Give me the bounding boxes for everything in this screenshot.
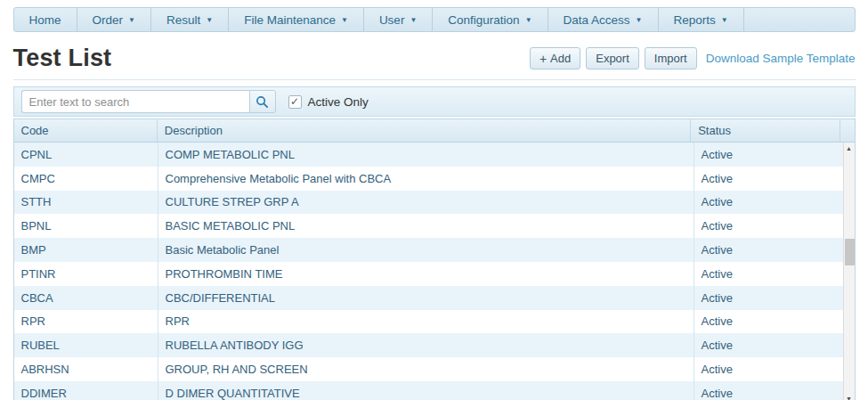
page-title: Test List xyxy=(13,45,112,72)
scroll-up-icon[interactable]: ▲ xyxy=(843,143,855,154)
vertical-scrollbar[interactable]: ▲ ▼ xyxy=(843,143,855,400)
table-row[interactable]: PTINR PROTHROMBIN TIME Active xyxy=(14,262,855,286)
nav-item-home[interactable]: Home xyxy=(14,8,77,31)
nav-item-user[interactable]: User ▼ xyxy=(364,8,433,31)
column-header-status[interactable]: Status xyxy=(691,119,840,142)
export-button[interactable]: Export xyxy=(586,47,639,69)
search-icon xyxy=(256,95,269,109)
search-panel: ✓ Active Only xyxy=(13,86,856,117)
table-body: CPNL COMP METABOLIC PNL Active CMPC Comp… xyxy=(14,143,855,400)
chevron-down-icon: ▼ xyxy=(636,15,643,24)
column-header-description[interactable]: Description xyxy=(158,119,691,142)
import-button[interactable]: Import xyxy=(645,47,697,69)
add-button[interactable]: + Add xyxy=(530,47,580,69)
search-button[interactable] xyxy=(249,90,276,113)
nav-item-data-access[interactable]: Data Access ▼ xyxy=(548,8,659,31)
column-header-code[interactable]: Code xyxy=(14,119,158,142)
chevron-down-icon: ▼ xyxy=(721,15,728,24)
nav-item-result[interactable]: Result ▼ xyxy=(151,8,229,31)
chevron-down-icon: ▼ xyxy=(525,15,532,24)
table-row[interactable]: STTH CULTURE STREP GRP A Active xyxy=(14,191,855,215)
search-input[interactable] xyxy=(21,90,249,113)
table-row[interactable]: BPNL BASIC METABOLIC PNL Active xyxy=(14,214,855,238)
active-only-checkbox[interactable]: ✓ xyxy=(288,95,302,109)
table-header-row: Code Description Status xyxy=(14,119,855,143)
nav-item-reports[interactable]: Reports ▼ xyxy=(659,8,744,31)
table-row[interactable]: CPNL COMP METABOLIC PNL Active xyxy=(14,143,855,167)
plus-icon: + xyxy=(539,52,547,66)
title-row: Test List + Add Export Import Download S… xyxy=(13,45,856,80)
add-button-label: Add xyxy=(550,52,571,65)
chevron-down-icon: ▼ xyxy=(410,15,417,24)
chevron-down-icon: ▼ xyxy=(206,15,213,24)
table-row[interactable]: CMPC Comprehensive Metabolic Panel with … xyxy=(14,167,855,191)
chevron-down-icon: ▼ xyxy=(128,15,135,24)
table-row[interactable]: ABRHSN GROUP, RH AND SCREEN Active xyxy=(14,357,855,381)
nav-item-file-maintenance[interactable]: File Maintenance ▼ xyxy=(229,8,364,31)
toolbar: + Add Export Import Download Sample Temp… xyxy=(530,47,856,69)
column-header-spacer xyxy=(840,119,855,142)
table-row[interactable]: RPR RPR Active xyxy=(14,310,855,334)
active-only-checkbox-wrap: ✓ Active Only xyxy=(288,95,369,109)
search-input-group xyxy=(21,90,276,113)
test-list-table: Code Description Status CPNL COMP METABO… xyxy=(13,118,856,400)
nav-item-order[interactable]: Order ▼ xyxy=(77,8,151,31)
scrollbar-thumb[interactable] xyxy=(845,239,855,265)
scroll-down-icon[interactable]: ▼ xyxy=(843,393,855,400)
table-row[interactable]: BMP Basic Metabolic Panel Active xyxy=(14,238,855,262)
table-row[interactable]: RUBEL RUBELLA ANTIBODY IGG Active xyxy=(14,333,855,357)
chevron-down-icon: ▼ xyxy=(341,15,348,24)
active-only-label: Active Only xyxy=(308,95,369,109)
download-sample-template-link[interactable]: Download Sample Template xyxy=(706,52,856,65)
table-row[interactable]: CBCA CBC/DIFFERENTIAL Active xyxy=(14,286,855,310)
main-navbar: Home Order ▼ Result ▼ File Maintenance ▼… xyxy=(13,7,856,32)
nav-item-configuration[interactable]: Configuration ▼ xyxy=(433,8,548,31)
table-row[interactable]: DDIMER D DIMER QUANTITATIVE Active xyxy=(14,381,855,400)
